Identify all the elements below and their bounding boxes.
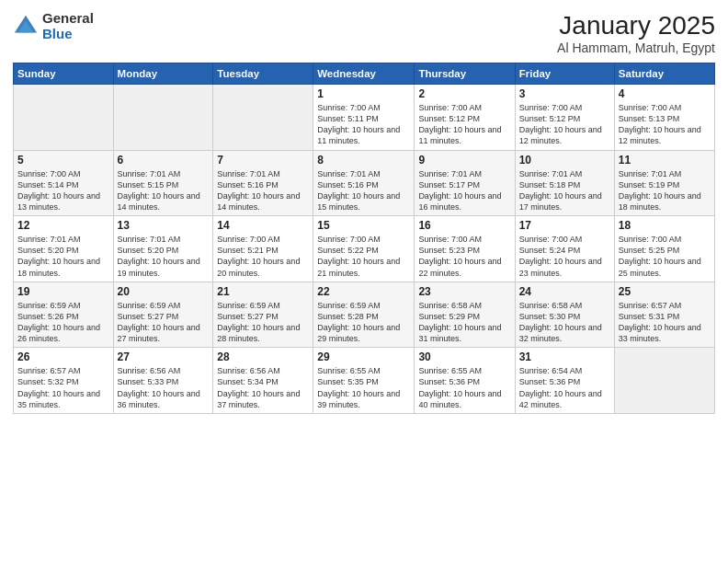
day-info: Sunrise: 7:00 AMSunset: 5:24 PMDaylight:… (519, 235, 602, 277)
table-row: 14Sunrise: 7:00 AMSunset: 5:21 PMDayligh… (213, 216, 313, 282)
table-row: 18Sunrise: 7:00 AMSunset: 5:25 PMDayligh… (614, 216, 714, 282)
col-tuesday: Tuesday (213, 63, 313, 85)
day-info: Sunrise: 6:58 AMSunset: 5:29 PMDaylight:… (418, 301, 501, 343)
day-info: Sunrise: 7:00 AMSunset: 5:22 PMDaylight:… (317, 235, 400, 277)
day-info: Sunrise: 6:57 AMSunset: 5:32 PMDaylight:… (17, 366, 100, 408)
day-info: Sunrise: 6:55 AMSunset: 5:36 PMDaylight:… (418, 366, 501, 408)
logo: General Blue (13, 11, 94, 41)
day-info: Sunrise: 7:01 AMSunset: 5:15 PMDaylight:… (118, 169, 200, 212)
day-info: Sunrise: 6:56 AMSunset: 5:33 PMDaylight:… (118, 366, 200, 408)
day-info: Sunrise: 7:01 AMSunset: 5:20 PMDaylight:… (17, 235, 100, 277)
day-number: 22 (317, 285, 410, 298)
day-info: Sunrise: 7:01 AMSunset: 5:16 PMDaylight:… (317, 169, 400, 212)
logo-icon (13, 14, 39, 40)
day-number: 15 (317, 219, 410, 232)
table-row: 1Sunrise: 7:00 AMSunset: 5:11 PMDaylight… (313, 85, 415, 151)
day-info: Sunrise: 7:01 AMSunset: 5:18 PMDaylight:… (519, 169, 602, 212)
col-thursday: Thursday (415, 63, 515, 85)
day-info: Sunrise: 7:00 AMSunset: 5:14 PMDaylight:… (17, 169, 100, 212)
calendar-week-row: 19Sunrise: 6:59 AMSunset: 5:26 PMDayligh… (14, 282, 715, 348)
day-number: 27 (118, 350, 210, 363)
table-row (614, 348, 714, 414)
day-info: Sunrise: 6:59 AMSunset: 5:26 PMDaylight:… (17, 301, 100, 343)
logo-general-text: General (42, 11, 94, 27)
table-row (14, 85, 114, 151)
day-info: Sunrise: 7:00 AMSunset: 5:21 PMDaylight:… (217, 235, 300, 277)
table-row (213, 85, 313, 151)
table-row: 31Sunrise: 6:54 AMSunset: 5:36 PMDayligh… (515, 348, 614, 414)
location-title: Al Hammam, Matruh, Egypt (557, 40, 715, 55)
day-number: 8 (317, 154, 410, 167)
page: General Blue January 2025 Al Hammam, Mat… (0, 0, 728, 563)
day-number: 21 (217, 285, 309, 298)
table-row: 27Sunrise: 6:56 AMSunset: 5:33 PMDayligh… (113, 348, 213, 414)
day-number: 5 (17, 154, 109, 167)
table-row: 7Sunrise: 7:01 AMSunset: 5:16 PMDaylight… (213, 150, 313, 216)
day-number: 26 (17, 350, 109, 363)
col-friday: Friday (515, 63, 614, 85)
day-number: 31 (519, 350, 610, 363)
table-row: 9Sunrise: 7:01 AMSunset: 5:17 PMDaylight… (415, 150, 515, 216)
day-number: 24 (519, 285, 610, 298)
table-row: 24Sunrise: 6:58 AMSunset: 5:30 PMDayligh… (515, 282, 614, 348)
day-info: Sunrise: 6:58 AMSunset: 5:30 PMDaylight:… (519, 301, 602, 343)
day-number: 4 (619, 87, 711, 100)
day-number: 6 (118, 154, 210, 167)
table-row: 16Sunrise: 7:00 AMSunset: 5:23 PMDayligh… (415, 216, 515, 282)
table-row: 30Sunrise: 6:55 AMSunset: 5:36 PMDayligh… (415, 348, 515, 414)
day-number: 13 (118, 219, 210, 232)
day-number: 12 (17, 219, 109, 232)
table-row: 5Sunrise: 7:00 AMSunset: 5:14 PMDaylight… (14, 150, 114, 216)
day-info: Sunrise: 7:01 AMSunset: 5:19 PMDaylight:… (619, 169, 701, 212)
table-row: 20Sunrise: 6:59 AMSunset: 5:27 PMDayligh… (113, 282, 213, 348)
col-saturday: Saturday (614, 63, 714, 85)
col-wednesday: Wednesday (313, 63, 415, 85)
day-info: Sunrise: 6:57 AMSunset: 5:31 PMDaylight:… (619, 301, 701, 343)
title-block: January 2025 Al Hammam, Matruh, Egypt (557, 11, 715, 55)
day-number: 2 (418, 87, 510, 100)
table-row: 25Sunrise: 6:57 AMSunset: 5:31 PMDayligh… (614, 282, 714, 348)
table-row: 4Sunrise: 7:00 AMSunset: 5:13 PMDaylight… (614, 85, 714, 151)
day-number: 28 (217, 350, 309, 363)
day-info: Sunrise: 6:56 AMSunset: 5:34 PMDaylight:… (217, 366, 300, 408)
table-row: 10Sunrise: 7:01 AMSunset: 5:18 PMDayligh… (515, 150, 614, 216)
col-monday: Monday (113, 63, 213, 85)
day-number: 1 (317, 87, 410, 100)
day-info: Sunrise: 6:59 AMSunset: 5:27 PMDaylight:… (118, 301, 200, 343)
table-row: 29Sunrise: 6:55 AMSunset: 5:35 PMDayligh… (313, 348, 415, 414)
header: General Blue January 2025 Al Hammam, Mat… (13, 11, 715, 55)
day-number: 16 (418, 219, 510, 232)
day-info: Sunrise: 7:01 AMSunset: 5:20 PMDaylight:… (118, 235, 200, 277)
day-number: 20 (118, 285, 210, 298)
day-info: Sunrise: 6:54 AMSunset: 5:36 PMDaylight:… (519, 366, 602, 408)
day-info: Sunrise: 7:00 AMSunset: 5:25 PMDaylight:… (619, 235, 701, 277)
table-row (113, 85, 213, 151)
day-info: Sunrise: 7:00 AMSunset: 5:12 PMDaylight:… (418, 103, 501, 145)
day-number: 9 (418, 154, 510, 167)
day-number: 17 (519, 219, 610, 232)
weekday-header-row: Sunday Monday Tuesday Wednesday Thursday… (14, 63, 715, 85)
table-row: 19Sunrise: 6:59 AMSunset: 5:26 PMDayligh… (14, 282, 114, 348)
day-info: Sunrise: 7:00 AMSunset: 5:13 PMDaylight:… (619, 103, 701, 145)
day-number: 3 (519, 87, 610, 100)
day-info: Sunrise: 6:55 AMSunset: 5:35 PMDaylight:… (317, 366, 400, 408)
logo-blue-text: Blue (42, 27, 94, 42)
col-sunday: Sunday (14, 63, 114, 85)
month-title: January 2025 (557, 11, 715, 40)
table-row: 3Sunrise: 7:00 AMSunset: 5:12 PMDaylight… (515, 85, 614, 151)
day-info: Sunrise: 7:01 AMSunset: 5:17 PMDaylight:… (418, 169, 501, 212)
day-info: Sunrise: 7:00 AMSunset: 5:23 PMDaylight:… (418, 235, 501, 277)
day-info: Sunrise: 7:01 AMSunset: 5:16 PMDaylight:… (217, 169, 300, 212)
day-info: Sunrise: 7:00 AMSunset: 5:12 PMDaylight:… (519, 103, 602, 145)
day-info: Sunrise: 6:59 AMSunset: 5:27 PMDaylight:… (217, 301, 300, 343)
day-number: 7 (217, 154, 309, 167)
day-number: 29 (317, 350, 410, 363)
table-row: 11Sunrise: 7:01 AMSunset: 5:19 PMDayligh… (614, 150, 714, 216)
table-row: 6Sunrise: 7:01 AMSunset: 5:15 PMDaylight… (113, 150, 213, 216)
day-number: 23 (418, 285, 510, 298)
logo-text: General Blue (42, 11, 94, 41)
calendar-week-row: 1Sunrise: 7:00 AMSunset: 5:11 PMDaylight… (14, 85, 715, 151)
day-number: 14 (217, 219, 309, 232)
table-row: 17Sunrise: 7:00 AMSunset: 5:24 PMDayligh… (515, 216, 614, 282)
table-row: 21Sunrise: 6:59 AMSunset: 5:27 PMDayligh… (213, 282, 313, 348)
